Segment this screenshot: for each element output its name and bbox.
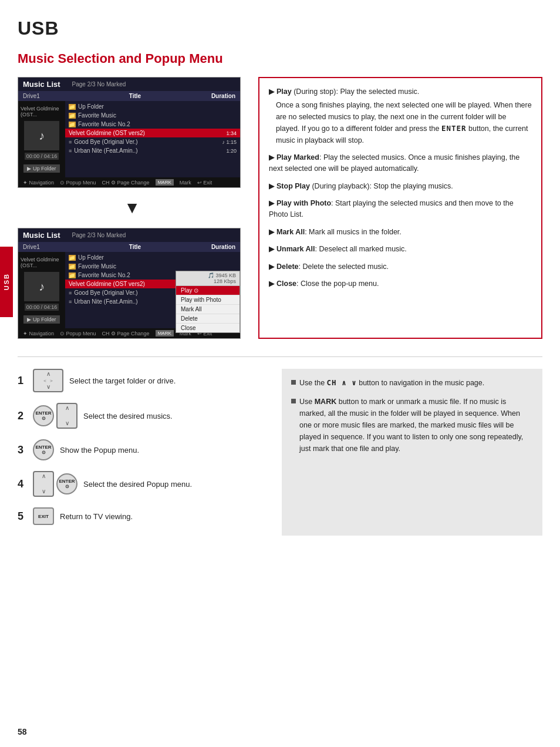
folder-icon-3: 📁 [69,122,76,127]
track-4-highlighted[interactable]: Velvet Goldmine (OST vers2) 1:34 [65,129,240,137]
nav-right: > [50,378,53,383]
nav-button-2[interactable]: ∧ ∨ [56,403,77,429]
ml-time-top: 00:00 / 04:16 [25,153,59,160]
ml-header-top: Music List Page 2/3 No Marked [18,78,240,91]
desc-play-marked: ▶Play Marked: Play the selected musics. … [269,152,532,175]
thumbnail-img-top: ♪ [24,121,59,150]
step-num-3: 3 [18,444,27,456]
track-6[interactable]: ≡ Urban Nite (Feat.Amin..) 1:20 [65,146,240,155]
step-3-text: Show the Popup menu. [60,446,139,455]
step-4-buttons: ∧ ∨ ENTER ⊙ [33,471,77,497]
b-folder-icon-1: 📁 [69,255,76,261]
nav-up-arrow-2: ∧ [65,405,69,411]
step-3: 3 ENTER ⊙ Show the Popup menu. [18,439,270,460]
bottom-section: 1 ∧ < > ∨ Select the target folder or dr… [18,356,542,536]
ml-footer-top: ✦ Navigation ⊙ Popup Menu CH ⚙ Page Chan… [18,177,240,187]
folder-icon-1: 📁 [69,104,76,110]
triangle-play: ▶ [269,88,275,96]
step-1: 1 ∧ < > ∨ Select the target folder or dr… [18,369,270,392]
music-icon-6: ≡ [69,148,72,154]
b-track-1[interactable]: 📁 Up Folder [65,253,240,262]
music-icon-5: ≡ [69,139,72,145]
ml-columns-top: Drive1 Title Duration [18,91,240,101]
track-2[interactable]: 📁 Favorite Music [65,111,240,120]
nav-down-arrow-2: ∨ [65,420,69,426]
ml-thumbnail-bottom: Velvet Goldmine (OST... ♪ 00:00 / 04:16 … [18,252,65,328]
ml-page-info-bottom: Page 2/3 No Marked [72,232,126,238]
track-5[interactable]: ≡ Good Bye (Original Ver.) ♪ 1:15 [65,137,240,146]
b-folder-icon-3: 📁 [69,272,76,278]
ml-upfolder-bottom: ▶ Up Folder [23,315,59,324]
desc-delete: ▶Delete: Delete the selected music. [269,261,532,272]
popup-item-close[interactable]: Close [176,324,239,332]
top-section: Music List Page 2/3 No Marked Drive1 Tit… [18,77,542,339]
thumbnail-img-bottom: ♪ [24,272,59,301]
track-3[interactable]: 📁 Favorite Music No.2 [65,120,240,129]
nav-lr: < > [43,378,52,383]
b-music-icon-6: ≡ [69,299,72,305]
enter-button-3[interactable]: ENTER ⊙ [33,439,54,460]
ml-col-duration-b: Duration [200,244,235,250]
ml-col-title: Title [70,93,200,99]
nav-left: < [43,378,46,383]
note-1: Use the CH ∧ ∨ button to navigation in t… [291,377,533,389]
step-3-buttons: ENTER ⊙ [33,439,54,460]
sidebar-tab: USB [0,247,13,317]
popup-item-mark-all[interactable]: Mark All [176,305,239,314]
nav-up-arrow: ∧ [46,371,50,377]
step-5: 5 EXIT Return to TV viewing. [18,507,270,525]
step-2: 2 ENTER ⊙ ∧ ∨ Select the desired musics. [18,403,270,429]
ml-col-duration: Duration [200,93,235,99]
nav-button-4[interactable]: ∧ ∨ [33,471,54,497]
ml-thumbnail-top: Velvet Goldmine (OST... ♪ 00:00 / 04:16 … [18,101,65,177]
enter-button-2[interactable]: ENTER ⊙ [33,405,54,426]
nav-down-arrow-4: ∨ [42,489,46,494]
nav-down-arrow: ∨ [46,384,50,390]
step-num-5: 5 [18,510,27,523]
notes-col: Use the CH ∧ ∨ button to navigation in t… [282,369,542,536]
popup-menu-header: 🎵 3945 KB128 Kbps [176,271,239,286]
ml-upfolder-top: ▶ Up Folder [23,164,59,173]
step-5-text: Return to TV viewing. [60,512,133,521]
ml-col-drive: Drive1 [23,93,70,99]
desc-unmark-all: ▶Unmark All: Deselect all marked music. [269,244,532,255]
desc-play: ▶Play (During stop): Play the selected m… [269,86,532,146]
step-num-4: 4 [18,478,27,490]
sidebar-label: USB [3,273,10,290]
ml-title-top: Music List [23,80,60,89]
step-1-buttons: ∧ < > ∨ [33,369,63,392]
ml-col-drive-b: Drive1 [23,244,70,250]
note-bullet-1 [291,380,296,385]
enter-button-4[interactable]: ENTER ⊙ [56,473,77,494]
desc-play-photo: ▶Play with Photo: Start playing the sele… [269,198,532,221]
ml-col-title-b: Title [70,244,200,250]
description-col: ▶Play (During stop): Play the selected m… [258,77,542,339]
desc-close: ▶Close: Close the pop-up menu. [269,278,532,290]
ml-title-bottom: Music List [23,231,60,240]
ml-columns-bottom: Drive1 Title Duration [18,242,240,252]
step-4-text: Select the desired Popup menu. [83,480,192,489]
nav-button-1[interactable]: ∧ < > ∨ [33,369,63,392]
popup-item-play-photo[interactable]: Play with Photo [176,295,239,305]
popup-item-delete[interactable]: Delete [176,314,239,324]
exit-button-5[interactable]: EXIT [33,507,54,525]
screenshots-col: Music List Page 2/3 No Marked Drive1 Tit… [18,77,247,339]
desc-mark-all: ▶Mark All: Mark all musics in the folder… [269,227,532,238]
ml-page-info-top: Page 2/3 No Marked [72,81,126,88]
note-2-text: Use MARK button to mark or unmark a musi… [299,396,533,455]
page-number: 58 [18,727,27,736]
popup-item-play[interactable]: Play ⊙ [176,286,239,295]
b-track-2[interactable]: 📁 Favorite Music [65,262,240,271]
nav-up-arrow-4: ∧ [42,473,46,479]
step-1-text: Select the target folder or drive. [69,376,176,385]
popup-menu: 🎵 3945 KB128 Kbps Play ⊙ Play with Photo… [176,271,240,333]
b-music-icon-5: ≡ [69,290,72,296]
drive-sub: Velvet Goldmine (OST... [21,106,63,117]
step-4: 4 ∧ ∨ ENTER ⊙ Select the desired Popup m… [18,471,270,497]
b-folder-icon-2: 📁 [69,264,76,270]
track-1[interactable]: 📁 Up Folder [65,102,240,111]
step-2-text: Select the desired musics. [83,412,173,420]
step-5-buttons: EXIT [33,507,54,525]
folder-icon-2: 📁 [69,113,76,119]
ml-tracks-top: 📁 Up Folder 📁 Favorite Music 📁 Favorite … [65,101,240,177]
